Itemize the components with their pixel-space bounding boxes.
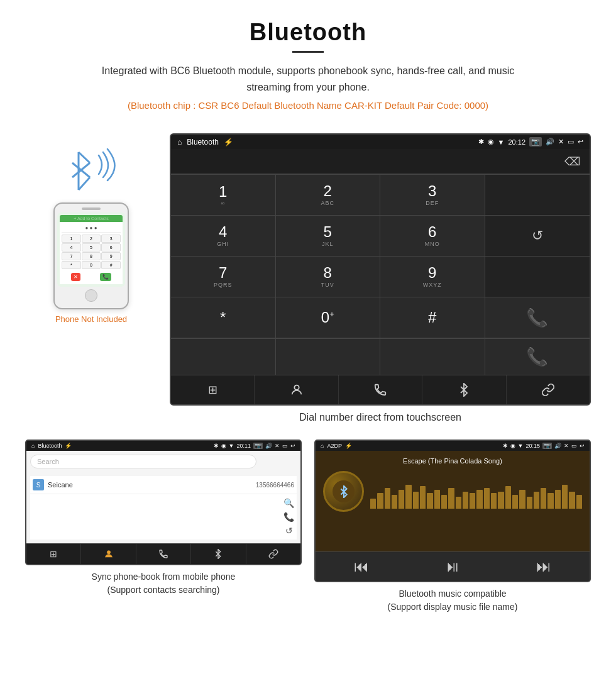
phone-key-9[interactable]: 9 (101, 252, 121, 260)
music-caption: Bluetooth music compatible (Support disp… (388, 587, 518, 614)
phone-end-btn[interactable]: ✕ (71, 273, 80, 281)
back-icon[interactable]: ↩ (578, 138, 583, 146)
phone-key-0[interactable]: 0 (82, 261, 101, 269)
phone-key-6[interactable]: 6 (101, 243, 121, 252)
backspace-button[interactable]: ⌫ (564, 155, 580, 169)
phone-home-btn[interactable] (85, 289, 97, 302)
key-9[interactable]: 9 WXYZ (380, 257, 485, 297)
toolbar-keypad-btn[interactable]: ⊞ (171, 375, 255, 404)
key-3[interactable]: 3 DEF (380, 175, 485, 216)
big-car-screen: ⌂ Bluetooth ⚡ ✱ ◉ ▼ 20:12 📷 🔊 ✕ ▭ ↩ (170, 133, 591, 406)
phone-key-hash[interactable]: # (101, 261, 121, 269)
toolbar-call-btn[interactable] (339, 375, 422, 404)
volume-icon[interactable]: 🔊 (546, 138, 554, 146)
phone-key-8[interactable]: 8 (82, 252, 101, 260)
pb-usb-icon: ⚡ (65, 443, 72, 449)
key-2[interactable]: 2 ABC (276, 175, 381, 216)
key-8[interactable]: 8 TUV (276, 257, 381, 297)
key-1[interactable]: 1 ∞ (171, 175, 276, 216)
time-display: 20:12 (508, 138, 525, 146)
search-bar[interactable]: Search (30, 455, 256, 468)
bluetooth-info: (Bluetooth chip : CSR BC6 Default Blueto… (13, 100, 603, 111)
phone-key-3[interactable]: 3 (101, 235, 121, 243)
music-panel: ⌂ A2DP ⚡ ✱ ◉ ▼ 20:15 📷 🔊 ✕ ▭ ↩ Escape (314, 440, 591, 614)
contact-item-seicane[interactable]: S Seicane 13566664466 (30, 476, 297, 494)
phone-key-2[interactable]: 2 (82, 235, 101, 243)
pb-refresh-icon[interactable]: ↺ (285, 526, 293, 536)
album-art-inner (333, 480, 355, 502)
key-hash[interactable]: # (380, 297, 485, 338)
music-win-icon[interactable]: ▭ (571, 443, 577, 449)
key-0[interactable]: 0+ (276, 297, 381, 338)
music-content: Escape (The Pina Colada Song) (316, 451, 590, 551)
music-usb-icon: ⚡ (345, 443, 352, 449)
key-4[interactable]: 4 GHI (171, 216, 276, 257)
contact-number: 13566664466 (256, 482, 294, 489)
key-5[interactable]: 5 JKL (276, 216, 381, 257)
phone-key-star[interactable]: * (62, 261, 81, 269)
phonebook-caption-line1: Sync phone-book from mobile phone (92, 572, 236, 582)
album-art (323, 471, 364, 512)
svg-point-6 (107, 551, 110, 554)
music-caption-line2: (Support display music file name) (388, 602, 518, 612)
phone-key-4[interactable]: 4 (62, 243, 81, 252)
phonebook-content: Search S Seicane 13566664466 🔍 📞 ↺ (26, 451, 300, 543)
status-bar-right: ✱ ◉ ▼ 20:12 📷 🔊 ✕ ▭ ↩ (478, 137, 583, 147)
window-icon[interactable]: ▭ (568, 138, 574, 146)
wifi-status-icon: ▼ (498, 138, 505, 146)
keypad-display: ⌫ (171, 149, 590, 174)
contact-letter: S (33, 479, 44, 490)
phone-not-included: Phone Not Included (55, 314, 127, 324)
pb-toolbar-call[interactable] (136, 544, 191, 564)
status-bar-left: ⌂ Bluetooth ⚡ (177, 138, 233, 147)
pb-call-icon[interactable]: 📞 (283, 512, 294, 522)
toolbar-contacts-btn[interactable] (255, 375, 338, 404)
prev-btn[interactable]: ⏮ (349, 557, 374, 576)
pb-close-icon[interactable]: ✕ (275, 443, 280, 449)
pb-search-icon[interactable]: 🔍 (283, 498, 294, 508)
key-star[interactable]: * (171, 297, 276, 338)
phone-key-7[interactable]: 7 (62, 252, 81, 260)
pb-toolbar-contact[interactable] (81, 544, 136, 564)
call-end-cell[interactable]: 📞 (485, 339, 590, 375)
phonebook-toolbar: ⊞ (26, 543, 300, 564)
pb-home-icon[interactable]: ⌂ (31, 443, 35, 449)
music-vol-icon[interactable]: 🔊 (554, 443, 561, 449)
page-title: Bluetooth (13, 19, 603, 46)
music-back-icon[interactable]: ↩ (580, 443, 585, 449)
main-content: + Add to Contacts ● ● ● 1 2 3 4 5 6 7 8 … (0, 127, 616, 440)
song-title: Escape (The Pina Colada Song) (323, 457, 582, 465)
pb-win-icon[interactable]: ▭ (282, 443, 288, 449)
key-7[interactable]: 7 PQRS (171, 257, 276, 297)
music-loc-icon: ◉ (510, 443, 515, 449)
music-screen: ⌂ A2DP ⚡ ✱ ◉ ▼ 20:15 📷 🔊 ✕ ▭ ↩ Escape (314, 440, 591, 582)
pb-toolbar-bt[interactable] (191, 544, 246, 564)
big-screen-area: ⌂ Bluetooth ⚡ ✱ ◉ ▼ 20:12 📷 🔊 ✕ ▭ ↩ (170, 133, 591, 433)
phone-bottom-bar: ✕ 📞 (62, 272, 121, 282)
music-home-icon[interactable]: ⌂ (321, 443, 324, 449)
music-app-name: A2DP (327, 443, 342, 449)
toolbar-bt-btn[interactable] (422, 375, 506, 404)
music-close-icon[interactable]: ✕ (564, 443, 569, 449)
pb-vol-icon[interactable]: 🔊 (265, 443, 272, 449)
pb-toolbar-keypad[interactable]: ⊞ (26, 544, 81, 564)
play-pause-btn[interactable]: ⏯ (440, 557, 465, 576)
next-btn[interactable]: ⏭ (531, 557, 556, 576)
phone-call-btn[interactable]: 📞 (100, 273, 111, 281)
phone-keypad: 1 2 3 4 5 6 7 8 9 * 0 # (62, 235, 121, 269)
close-status-icon[interactable]: ✕ (558, 138, 564, 146)
call-accept-cell[interactable]: 📞 (485, 297, 590, 338)
key-6[interactable]: 6 MNO (380, 216, 485, 257)
music-caption-line1: Bluetooth music compatible (399, 589, 506, 599)
phone-key-1[interactable]: 1 (62, 235, 81, 243)
phone-screen-header: + Add to Contacts (60, 215, 123, 222)
toolbar-link-btn[interactable] (507, 375, 590, 404)
bottom-row: ⌂ Bluetooth ⚡ ✱ ◉ ▼ 20:11 📷 🔊 ✕ ▭ ↩ (0, 440, 616, 626)
pb-toolbar-link[interactable] (246, 544, 300, 564)
pb-wifi-icon: ▼ (229, 443, 234, 449)
phone-key-5[interactable]: 5 (82, 243, 101, 252)
keypad-grid: 1 ∞ 2 ABC 3 DEF 4 GHI 5 (171, 174, 590, 338)
home-icon[interactable]: ⌂ (177, 138, 182, 147)
phone-mockup: + Add to Contacts ● ● ● 1 2 3 4 5 6 7 8 … (53, 202, 129, 309)
pb-back-icon[interactable]: ↩ (290, 443, 295, 449)
